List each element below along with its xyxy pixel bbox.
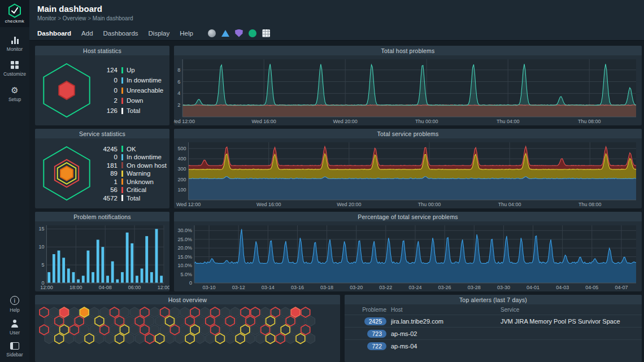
host-hexagon[interactable] bbox=[225, 333, 234, 343]
host-hexagon[interactable] bbox=[206, 333, 215, 343]
menu-item-dashboard[interactable]: Dashboard bbox=[37, 30, 71, 37]
host-hexagon[interactable] bbox=[201, 325, 210, 335]
host-hexagon[interactable] bbox=[225, 316, 234, 326]
host-hexagon[interactable] bbox=[241, 307, 250, 317]
problem-count-badge[interactable]: 723 bbox=[367, 330, 386, 338]
shield-icon[interactable] bbox=[235, 29, 243, 37]
status-row-total[interactable]: 126Total bbox=[96, 107, 165, 114]
host-hexagon[interactable] bbox=[100, 307, 109, 317]
host-hexagon[interactable] bbox=[195, 333, 204, 343]
host-hexagon[interactable] bbox=[246, 316, 255, 326]
host-hexagon[interactable] bbox=[221, 307, 230, 317]
host-hexagon[interactable] bbox=[266, 316, 275, 326]
host-hexagon[interactable] bbox=[55, 333, 64, 343]
status-row-down[interactable]: 2Down bbox=[96, 97, 165, 104]
host-hexagon[interactable] bbox=[211, 307, 220, 317]
service-problems-chart[interactable]: 100200300400500Wed 12:00Wed 16:00Wed 20:… bbox=[174, 138, 642, 208]
problem-count-badge[interactable]: 722 bbox=[367, 342, 386, 350]
breadcrumb-item[interactable]: Main dashboard bbox=[93, 15, 133, 21]
host-hexagon[interactable] bbox=[291, 307, 300, 317]
service-percentage-chart[interactable]: 05.0%10.0%15.0%20.0%25.0%30.0%03-1003-12… bbox=[174, 221, 642, 291]
host-hexagon[interactable] bbox=[140, 307, 149, 317]
host-hexagon[interactable] bbox=[70, 325, 79, 335]
checkmk-logo[interactable]: checkmk bbox=[0, 0, 29, 27]
host-hexagon[interactable] bbox=[301, 307, 310, 317]
host-hexagon[interactable] bbox=[60, 307, 69, 317]
host-hexagon[interactable] bbox=[120, 325, 129, 335]
host-hexagon[interactable] bbox=[80, 325, 89, 335]
host-hexagon[interactable] bbox=[306, 333, 315, 343]
host-hexagon[interactable] bbox=[166, 333, 175, 343]
sidebar-item-user[interactable]: User bbox=[10, 320, 20, 335]
status-row-warning[interactable]: 89Warning bbox=[96, 170, 167, 177]
host-hexagon[interactable] bbox=[175, 316, 184, 326]
host-hexagon[interactable] bbox=[115, 316, 124, 326]
status-row-in-downtime[interactable]: 0In downtime bbox=[96, 77, 165, 84]
status-row-total[interactable]: 4572Total bbox=[96, 195, 167, 202]
checkmark-circle-icon[interactable] bbox=[249, 29, 256, 37]
host-hexagon[interactable] bbox=[55, 316, 64, 326]
host-hexagon[interactable] bbox=[180, 325, 189, 335]
host-hexagon[interactable] bbox=[266, 333, 275, 343]
host-hexagon[interactable] bbox=[190, 325, 199, 335]
host-hexagon[interactable] bbox=[45, 333, 54, 343]
host-hexagon[interactable] bbox=[286, 316, 295, 326]
host-hexagon[interactable] bbox=[271, 307, 280, 317]
status-row-critical[interactable]: 56Critical bbox=[96, 186, 167, 193]
host-hexagon[interactable] bbox=[306, 316, 315, 326]
host-hexagon[interactable] bbox=[160, 325, 169, 335]
host-hexagon[interactable] bbox=[140, 325, 149, 335]
host-hexagon[interactable] bbox=[70, 307, 79, 317]
host-hexagon[interactable] bbox=[145, 333, 154, 343]
host-hexagon[interactable] bbox=[135, 333, 144, 343]
host-hexagon[interactable] bbox=[95, 316, 104, 326]
column-header-service[interactable]: Service bbox=[501, 307, 636, 313]
host-hexagon[interactable] bbox=[261, 307, 270, 317]
host-hexagon[interactable] bbox=[286, 333, 295, 343]
host-hexagon[interactable] bbox=[185, 316, 194, 326]
host-hexagon[interactable] bbox=[276, 333, 285, 343]
host-hexagon[interactable] bbox=[256, 316, 265, 326]
status-row-up[interactable]: 124Up bbox=[96, 67, 165, 73]
host-hexagon[interactable] bbox=[291, 325, 300, 335]
host-problems-chart[interactable]: 2468Wed 12:00Wed 16:00Wed 20:00Thu 00:00… bbox=[174, 55, 642, 125]
menu-item-add[interactable]: Add bbox=[81, 30, 93, 37]
host-hexagon[interactable] bbox=[236, 316, 245, 326]
host-hexagon[interactable] bbox=[60, 325, 69, 335]
host-hexagon[interactable] bbox=[296, 333, 305, 343]
host-hexagon[interactable] bbox=[296, 316, 305, 326]
host-hexagon[interactable] bbox=[256, 333, 265, 343]
alerter-host[interactable]: ap-ms-04 bbox=[391, 343, 496, 350]
host-hexagon[interactable] bbox=[50, 325, 59, 335]
host-hexagon[interactable] bbox=[65, 333, 74, 343]
notifications-chart[interactable]: 05101512:0018:0004-0806:0012:00 bbox=[35, 221, 169, 291]
host-hexagon[interactable] bbox=[105, 316, 114, 326]
host-hexagon[interactable] bbox=[201, 307, 210, 317]
sidebar-item-help[interactable]: i Help bbox=[10, 296, 19, 313]
host-hexagon[interactable] bbox=[230, 307, 240, 317]
menu-item-display[interactable]: Display bbox=[149, 30, 170, 37]
menu-item-dashboards[interactable]: Dashboards bbox=[103, 30, 138, 37]
host-hexagon[interactable] bbox=[190, 307, 199, 317]
host-hexagon[interactable] bbox=[110, 307, 119, 317]
warning-triangle-icon[interactable] bbox=[221, 30, 229, 37]
host-hexagon[interactable] bbox=[105, 333, 114, 343]
host-hexagon[interactable] bbox=[180, 307, 189, 317]
host-hexagon[interactable] bbox=[206, 316, 215, 326]
status-row-unknown[interactable]: 1Unknown bbox=[96, 178, 167, 185]
host-hexagon[interactable] bbox=[125, 333, 134, 343]
host-hexagon[interactable] bbox=[276, 316, 285, 326]
host-hexagon[interactable] bbox=[160, 307, 169, 317]
status-row-in-downtime[interactable]: 0In downtime bbox=[96, 154, 167, 160]
sidebar-item-customize[interactable]: Customize bbox=[3, 61, 26, 77]
host-hexagon[interactable] bbox=[171, 307, 180, 317]
host-hexagon[interactable] bbox=[90, 307, 99, 317]
host-hexagon[interactable] bbox=[125, 316, 134, 326]
host-hexagon[interactable] bbox=[120, 307, 129, 317]
host-hexagon[interactable] bbox=[90, 325, 99, 335]
host-hexagon[interactable] bbox=[241, 325, 250, 335]
host-hexagon[interactable] bbox=[216, 333, 225, 343]
host-hexagon[interactable] bbox=[100, 325, 109, 335]
host-hexagon[interactable] bbox=[230, 325, 240, 335]
host-hexagon[interactable] bbox=[95, 333, 104, 343]
